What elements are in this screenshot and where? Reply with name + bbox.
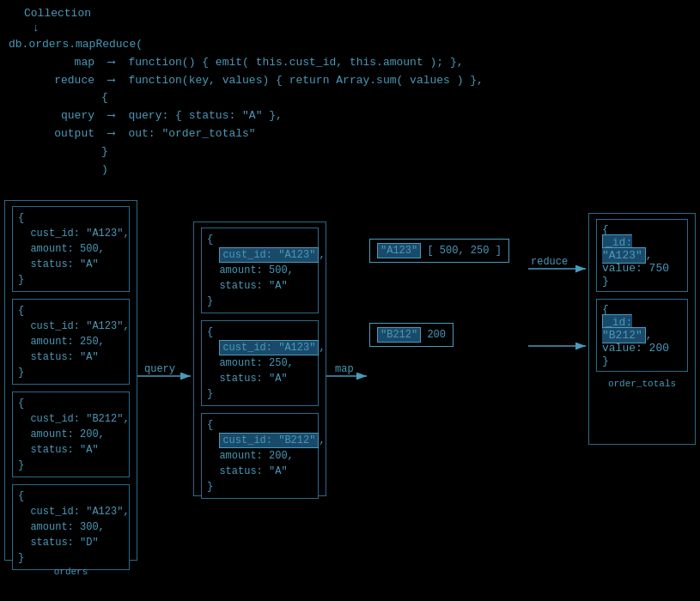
map-value-a123: [ 500, 250 ]	[427, 245, 501, 257]
total-doc-a123-value: value: 750	[602, 262, 682, 275]
order-doc-2: { cust_id: "A123", amount: 250, status: …	[12, 299, 130, 385]
highlight-a123-2: cust_id: "A123"	[219, 340, 319, 355]
order-doc-3-open: {	[18, 396, 124, 411]
total-doc-b212-close: }	[602, 355, 682, 367]
total-doc-b212-value: value: 200	[602, 342, 682, 355]
query-label: query	[26, 107, 94, 125]
filtered-doc-1: { cust_id: "A123", amount: 500, status: …	[201, 228, 319, 313]
main-code-line: db.orders.mapReduce(	[9, 36, 691, 54]
order-doc-4-open: {	[18, 489, 124, 504]
map-bubble-a123: "A123" [ 500, 250 ]	[369, 239, 509, 263]
order-doc-1-amount: amount: 500,	[18, 241, 124, 257]
order-doc-1-custid: cust_id: "A123",	[18, 226, 124, 241]
filtered-doc-2-open: {	[207, 325, 313, 340]
map-label: map	[26, 54, 94, 72]
order-doc-2-open: {	[18, 303, 124, 319]
map-result-b212: "B212" 200	[369, 323, 509, 347]
order-doc-2-amount: amount: 250,	[18, 334, 124, 349]
order-doc-3-close: }	[18, 458, 124, 473]
filtered-doc-1-close: }	[207, 294, 313, 309]
filtered-doc-3-close: }	[207, 479, 313, 495]
collection-label: Collection	[24, 7, 91, 20]
order-doc-3-status: status: "A"	[18, 442, 124, 458]
filtered-doc-1-custid: cust_id: "A123",	[207, 247, 313, 263]
map-value-b212: 200	[427, 329, 446, 341]
output-label: output	[26, 125, 94, 143]
close-paren: )	[101, 161, 691, 179]
order-doc-4-custid: cust_id: "A123",	[18, 504, 124, 519]
total-doc-a123: { _id: "A123", value: 750 }	[596, 219, 688, 292]
map-code: function() { emit( this.cust_id, this.am…	[128, 54, 463, 72]
order-doc-1: { cust_id: "A123", amount: 500, status: …	[12, 206, 130, 292]
filtered-doc-2-amount: amount: 250,	[207, 355, 313, 371]
query-code: query: { status: "A" },	[128, 107, 282, 125]
filtered-doc-1-status: status: "A"	[207, 278, 313, 294]
reduce-arrow-label: reduce	[531, 256, 568, 268]
top-code-section: Collection ↓ db.orders.mapReduce( map ⟶ …	[0, 0, 700, 187]
output-arrow-icon: ⟶	[101, 125, 121, 143]
order-doc-2-custid: cust_id: "A123",	[18, 319, 124, 334]
filtered-docs-box: { cust_id: "A123", amount: 500, status: …	[193, 222, 326, 496]
query-arrow-icon: ⟶	[101, 107, 121, 125]
order-totals-label: order_totals	[596, 379, 688, 389]
map-result-a123: "A123" [ 500, 250 ]	[369, 239, 509, 263]
order-doc-2-status: status: "A"	[18, 349, 124, 365]
filtered-doc-2-custid: cust_id: "A123",	[207, 340, 313, 355]
options-close: }	[101, 143, 691, 161]
total-doc-b212-id: _id: "B212",	[602, 316, 682, 342]
filtered-doc-3-status: status: "A"	[207, 464, 313, 479]
filtered-doc-2: { cust_id: "A123", amount: 250, status: …	[201, 320, 319, 406]
reduce-code: function(key, values) { return Array.sum…	[128, 72, 483, 90]
filtered-doc-2-status: status: "A"	[207, 371, 313, 386]
options-open: {	[101, 89, 691, 107]
order-doc-4-status: status: "D"	[18, 535, 124, 550]
filtered-doc-3-amount: amount: 200,	[207, 448, 313, 464]
order-doc-1-open: {	[18, 210, 124, 226]
filtered-doc-3: { cust_id: "B212", amount: 200, status: …	[201, 413, 319, 499]
order-totals-box: { _id: "A123", value: 750 } { _id: "B212…	[588, 213, 696, 445]
filtered-doc-1-open: {	[207, 232, 313, 247]
highlight-total-b212: _id: "B212"	[602, 314, 646, 343]
order-doc-4-close: }	[18, 550, 124, 566]
order-doc-4: { cust_id: "A123", amount: 300, status: …	[12, 484, 130, 570]
diagram-section: query map reduce { cust_id: "A123", amou…	[0, 196, 700, 591]
output-code: out: "order_totals"	[128, 125, 255, 143]
order-doc-3-amount: amount: 200,	[18, 427, 124, 442]
order-doc-3: { cust_id: "B212", amount: 200, status: …	[12, 392, 130, 477]
orders-collection-box: { cust_id: "A123", amount: 500, status: …	[4, 200, 137, 561]
total-doc-a123-id: _id: "A123",	[602, 236, 682, 262]
map-key-b212: "B212"	[377, 327, 421, 343]
map-bubble-b212: "B212" 200	[369, 323, 453, 347]
highlight-b212: cust_id: "B212"	[219, 433, 319, 448]
query-arrow-label: query	[144, 363, 175, 375]
order-doc-2-close: }	[18, 365, 124, 380]
reduce-label: reduce	[26, 72, 94, 90]
highlight-total-a123: _id: "A123"	[602, 234, 646, 264]
filtered-doc-3-custid: cust_id: "B212",	[207, 433, 313, 448]
map-key-a123: "A123"	[377, 243, 421, 258]
highlight-a123-1: cust_id: "A123"	[219, 247, 319, 263]
down-arrow-icon: ↓	[33, 21, 40, 34]
map-results-area: "A123" [ 500, 250 ] "B212" 200	[369, 239, 509, 359]
total-doc-a123-close: }	[602, 275, 682, 288]
reduce-arrow-icon: ⟶	[101, 72, 121, 90]
filtered-doc-1-amount: amount: 500,	[207, 263, 313, 278]
order-doc-1-status: status: "A"	[18, 257, 124, 272]
filtered-doc-3-open: {	[207, 417, 313, 433]
order-doc-1-close: }	[18, 272, 124, 288]
order-doc-3-custid: cust_id: "B212",	[18, 411, 124, 427]
orders-label: orders	[5, 567, 137, 577]
order-doc-4-amount: amount: 300,	[18, 519, 124, 535]
filtered-doc-2-close: }	[207, 386, 313, 402]
map-arrow-icon: ⟶	[101, 54, 121, 72]
total-doc-b212: { _id: "B212", value: 200 }	[596, 299, 688, 372]
map-arrow-label: map	[335, 363, 354, 375]
